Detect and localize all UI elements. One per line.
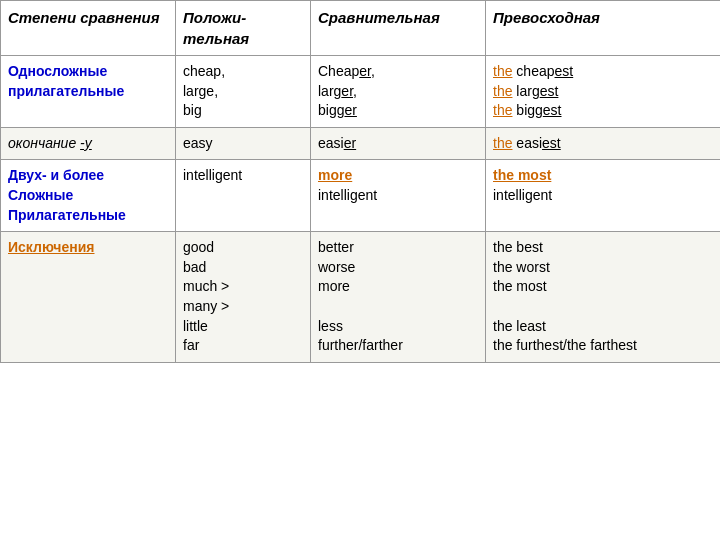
row-exceptions-positive: goodbadmuch >many >littlefar	[176, 232, 311, 363]
row-monosyllabic-comparative: Cheaper,larger,bigger	[311, 56, 486, 128]
row-exceptions-label: Исключения	[1, 232, 176, 363]
header-col3: Сравнительная	[311, 1, 486, 56]
header-col2: Положи-тельная	[176, 1, 311, 56]
table-row: окончание -у easy easier the easiest	[1, 127, 721, 160]
row-ending-y-positive: easy	[176, 127, 311, 160]
table-row: Исключения goodbadmuch >many >littlefar …	[1, 232, 721, 363]
row-monosyllabic-label: Односложные прилагательные	[1, 56, 176, 128]
row-ending-y-comparative: easier	[311, 127, 486, 160]
row-multisyllabic-label: Двух- и болееСложныеПрилагательные	[1, 160, 176, 232]
table-row: Двух- и болееСложныеПрилагательные intel…	[1, 160, 721, 232]
row-multisyllabic-positive: intelligent	[176, 160, 311, 232]
row-exceptions-superlative: the bestthe worstthe mostthe leastthe fu…	[486, 232, 721, 363]
row-exceptions-comparative: betterworsemorelessfurther/farther	[311, 232, 486, 363]
row-multisyllabic-comparative: moreintelligent	[311, 160, 486, 232]
row-ending-y-superlative: the easiest	[486, 127, 721, 160]
header-col1: Степени сравнения	[1, 1, 176, 56]
row-multisyllabic-superlative: the mostintelligent	[486, 160, 721, 232]
table-row: Односложные прилагательные cheap,large,b…	[1, 56, 721, 128]
header-col4: Превосходная	[486, 1, 721, 56]
row-monosyllabic-superlative: the cheapest the largest the biggest	[486, 56, 721, 128]
row-monosyllabic-positive: cheap,large,big	[176, 56, 311, 128]
row-ending-y-label: окончание -у	[1, 127, 176, 160]
